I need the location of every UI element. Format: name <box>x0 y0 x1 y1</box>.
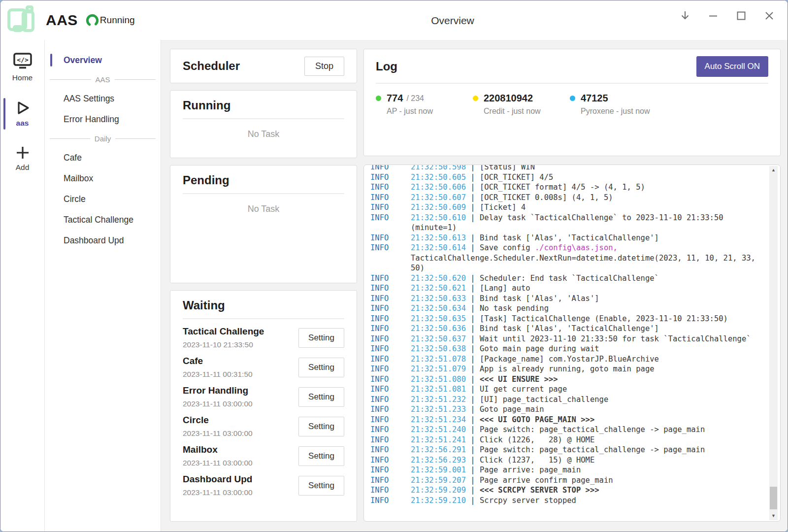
nav-item-tactical-challenge[interactable]: Tactical Challenge <box>45 209 161 230</box>
log-level: INFO <box>370 294 389 304</box>
log-line: INFO21:32:50.637 | Wait until 2023-11-10… <box>370 334 758 344</box>
log-message: Bind task ['Alas', 'TacticalChallenge'] <box>480 324 659 333</box>
log-level: INFO <box>370 425 389 435</box>
log-level: INFO <box>370 404 389 415</box>
setting-button[interactable]: Setting <box>298 446 344 466</box>
log-time: 21:32:50.638 <box>411 344 466 353</box>
scroll-up-arrow-icon[interactable]: ▲ <box>769 166 778 174</box>
log-time: 21:32:50.621 <box>411 284 466 293</box>
log-separator: | <box>466 213 480 222</box>
rail-item-home[interactable]: </> Home <box>0 49 44 85</box>
stop-button[interactable]: Stop <box>304 57 344 76</box>
log-message: <<< UI ENSURE >>> <box>480 375 558 384</box>
log-time: 21:32:50.636 <box>411 324 466 333</box>
log-level: INFO <box>370 172 389 183</box>
maximize-button[interactable] <box>734 8 749 23</box>
download-button[interactable] <box>678 8 692 23</box>
log-message: Goto page_main <box>480 405 544 414</box>
waiting-task-info: Mailbox2023-11-11 03:00:00 <box>183 444 253 467</box>
log-card: Log Auto Scroll ON 774/ 234AP - just now… <box>363 49 781 156</box>
log-separator: | <box>466 415 480 424</box>
nav-item-overview[interactable]: Overview <box>45 50 161 70</box>
log-line: INFO21:32:50.613 | Bind task ['Alas', 'T… <box>370 233 758 243</box>
waiting-task-row: Cafe2023-11-11 00:31:50Setting <box>183 356 344 379</box>
log-separator: | <box>466 445 480 454</box>
divider <box>183 193 344 194</box>
log-line: INFO21:32:51.241 | Click (1226, 28) @ HO… <box>370 435 758 445</box>
setting-button[interactable]: Setting <box>298 387 344 407</box>
waiting-task-next-run: 2023-11-11 03:00:00 <box>183 488 253 497</box>
log-separator: | <box>466 395 480 404</box>
setting-button[interactable]: Setting <box>298 476 344 496</box>
stat-label: Credit - just now <box>473 107 570 116</box>
pending-card: Pending No Task <box>170 165 357 283</box>
log-separator: | <box>466 456 480 465</box>
nav-item-cafe[interactable]: Cafe <box>45 147 161 168</box>
log-separator: | <box>466 466 480 474</box>
log-level: INFO <box>370 435 389 445</box>
divider-line <box>115 138 156 139</box>
minimize-button[interactable] <box>706 8 721 23</box>
log-time: 21:32:51.241 <box>411 435 466 444</box>
log-message: Page arrive confirm page_main <box>480 476 613 485</box>
log-message: Page switch: page_tactical_challenge -> … <box>480 445 705 454</box>
log-line: INFO21:32:50.605 | [OCR_TICKET] 4/5 <box>370 172 758 183</box>
log-separator: | <box>466 274 480 283</box>
log-line: INFO21:32:51.232 | [UI] page_tactical_ch… <box>370 395 758 405</box>
waiting-task-name: Dashboard Upd <box>183 474 253 485</box>
log-viewer[interactable]: INFO21:32:50.598 | [Status] WININFO21:32… <box>363 165 781 522</box>
log-level: INFO <box>370 243 389 253</box>
log-line: INFO21:32:50.606 | [OCR_TICKET format] 4… <box>370 182 758 193</box>
log-message: [OCR_TICKET] 4/5 <box>480 173 553 182</box>
log-message: [Package_name] com.YostarJP.BlueArchive <box>480 355 659 364</box>
waiting-task-row: Dashboard Upd2023-11-11 03:00:00Setting <box>183 474 344 497</box>
log-level: INFO <box>370 485 389 496</box>
log-level: INFO <box>370 193 389 203</box>
log-level: INFO <box>370 395 389 405</box>
log-scrollbar[interactable]: ▲ ▼ <box>769 166 778 520</box>
log-line: INFO21:32:51.080 | <<< UI ENSURE >>> <box>370 374 758 385</box>
setting-button[interactable]: Setting <box>298 417 344 436</box>
log-separator: | <box>466 193 480 202</box>
log-level: INFO <box>370 475 389 486</box>
scroll-down-arrow-icon[interactable]: ▼ <box>769 512 778 520</box>
nav-item-circle[interactable]: Circle <box>45 189 161 209</box>
log-level: INFO <box>370 496 389 506</box>
main-content: Scheduler Stop Running No Task Pending N… <box>161 40 788 532</box>
log-time: 21:32:59.207 <box>411 476 466 485</box>
log-line: INFO21:32:50.638 | Goto main page during… <box>370 344 758 354</box>
rail-item-aas[interactable]: aas <box>0 97 44 131</box>
nav-item-dashboard-upd[interactable]: Dashboard Upd <box>45 230 161 251</box>
log-level: INFO <box>370 165 389 172</box>
titlebar: AAS Running Overview <box>0 0 788 40</box>
pending-title: Pending <box>183 173 344 187</box>
setting-button[interactable]: Setting <box>298 358 344 377</box>
close-button[interactable] <box>762 8 777 23</box>
log-message: Wait until 2023-11-10 21:33:50 for task … <box>480 334 751 343</box>
log-time: 21:32:50.607 <box>411 193 466 202</box>
log-message: Scheduler: End task `TacticalChallenge` <box>480 274 659 283</box>
scrollbar-thumb[interactable] <box>770 487 777 509</box>
log-message: <<< SCRCPY SERVER STOP >>> <box>480 486 599 495</box>
log-message: App is already running, goto main page <box>480 365 655 373</box>
divider <box>183 318 344 319</box>
auto-scroll-button[interactable]: Auto Scroll ON <box>696 56 768 77</box>
stat-dot-icon <box>473 96 478 101</box>
nav-item-aas-settings[interactable]: AAS Settings <box>45 88 161 109</box>
log-message: <<< UI GOTO PAGE_MAIN >>> <box>480 415 594 424</box>
rail-item-add[interactable]: Add <box>0 142 44 175</box>
waiting-task-next-run: 2023-11-11 03:00:00 <box>183 399 253 408</box>
nav-item-mailbox[interactable]: Mailbox <box>45 168 161 189</box>
stat-top: 220810942 <box>473 93 570 104</box>
nav-item-error-handling[interactable]: Error Handling <box>45 109 161 130</box>
log-message: [Status] WIN <box>480 165 535 171</box>
plus-icon <box>15 145 31 160</box>
log-level: INFO <box>370 445 389 455</box>
log-message: [Lang] auto <box>480 284 530 293</box>
waiting-task-name: Mailbox <box>183 444 253 455</box>
setting-button[interactable]: Setting <box>298 328 344 348</box>
waiting-task-row: Tactical Challenge2023-11-10 21:33:50Set… <box>183 326 344 349</box>
log-title: Log <box>376 60 397 73</box>
waiting-task-info: Circle2023-11-11 03:00:00 <box>183 415 253 438</box>
log-time: 21:32:51.240 <box>411 425 466 434</box>
